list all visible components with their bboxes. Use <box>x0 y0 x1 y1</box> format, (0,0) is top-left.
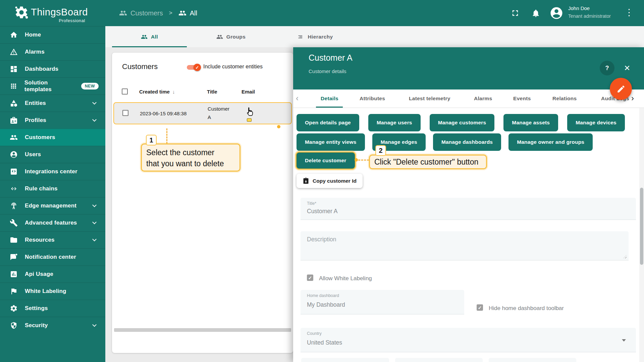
manage-owner-and-groups-button[interactable]: Manage owner and groups <box>508 133 593 151</box>
sidebar-item-solution-templates[interactable]: Solution templatesNEW <box>0 77 105 95</box>
scrollbar-thumb[interactable] <box>640 188 643 265</box>
state-field-partial[interactable] <box>395 358 483 362</box>
horizontal-scrollbar[interactable] <box>114 328 291 332</box>
select-all-checkbox[interactable] <box>122 88 128 95</box>
tab-hierarchy[interactable]: Hierarchy <box>275 26 356 47</box>
panel-tab-relations[interactable]: Relations <box>552 89 577 108</box>
zip-field-partial[interactable] <box>489 358 576 362</box>
chart-icon <box>10 270 18 278</box>
brand-subtitle: Professional <box>31 18 85 23</box>
panel-tab-attributes[interactable]: Attributes <box>360 89 385 108</box>
user-role: Tenant administrator <box>568 13 611 19</box>
sidebar-item-advanced-features[interactable]: Advanced features <box>0 214 105 231</box>
manage-devices-button[interactable]: Manage devices <box>567 114 625 131</box>
account-icon <box>549 6 564 20</box>
sidebar-item-customers[interactable]: Customers <box>0 129 105 146</box>
sidebar-item-profiles[interactable]: Profiles <box>0 112 105 129</box>
manage-entity-views-button[interactable]: Manage entity views <box>297 133 365 151</box>
annotation1-connector <box>166 128 167 144</box>
people-icon <box>216 34 223 40</box>
sidebar-item-alarms[interactable]: Alarms <box>0 43 105 60</box>
hide-toolbar-checkbox[interactable]: ✓ <box>477 304 483 311</box>
breadcrumb-all[interactable]: All <box>178 9 197 17</box>
edit-fab-button[interactable] <box>610 78 632 100</box>
annotation1-line1: Select the customer <box>142 147 239 158</box>
column-created-time[interactable]: Created time↓ <box>139 89 175 95</box>
sidebar-item-resources[interactable]: Resources <box>0 231 105 248</box>
column-email[interactable]: Email <box>241 89 255 95</box>
sidebar-item-rule-chains[interactable]: Rule chains <box>0 180 105 197</box>
allow-white-labeling-label: Allow White Labeling <box>319 275 372 282</box>
panel-tab-alarms[interactable]: Alarms <box>474 89 492 108</box>
row-checkbox[interactable] <box>122 110 128 116</box>
resize-handle-icon[interactable] <box>623 255 627 258</box>
bell-icon <box>531 9 540 18</box>
fullscreen-icon <box>511 8 520 18</box>
people-icon <box>178 9 186 17</box>
close-icon[interactable]: ✕ <box>624 64 630 73</box>
chevron-down-icon <box>92 203 97 207</box>
more-menu-button[interactable]: ⋮ <box>625 8 634 17</box>
column-title[interactable]: Title <box>207 89 217 95</box>
panel-tab-bar: ‹ Details Attributes Latest telemetry Al… <box>293 89 644 108</box>
description-field[interactable]: Description <box>301 231 629 260</box>
home-dashboard-field[interactable]: Home dashboard My Dashboard <box>301 290 464 314</box>
home-dashboard-label: Home dashboard <box>307 293 339 298</box>
notifications-button[interactable] <box>531 9 540 18</box>
manage-dashboards-button[interactable]: Manage dashboards <box>433 133 501 151</box>
sidebar-item-entities[interactable]: Entities <box>0 95 105 112</box>
sidebar-item-security[interactable]: Security <box>0 317 105 334</box>
delete-customer-button[interactable]: Delete customer <box>297 153 355 169</box>
manage-assets-button[interactable]: Manage assets <box>503 114 558 131</box>
title-field[interactable]: Title* Customer A <box>301 198 636 220</box>
avatar[interactable] <box>549 6 564 20</box>
vertical-scrollbar[interactable] <box>639 108 644 362</box>
sidebar-item-settings[interactable]: Settings <box>0 300 105 317</box>
country-value: United States <box>307 339 342 346</box>
sort-arrow-icon: ↓ <box>172 89 175 95</box>
cell-title-line2: A <box>208 114 211 120</box>
country-label: Country <box>307 331 322 336</box>
country-select[interactable]: Country United States <box>301 328 636 352</box>
sidebar-item-users[interactable]: Users <box>0 146 105 163</box>
allow-white-labeling-checkbox[interactable]: ✓ <box>307 275 313 281</box>
tab-groups[interactable]: Groups <box>194 26 268 47</box>
code-icon <box>10 185 18 193</box>
home-icon <box>10 31 18 39</box>
app-window: ThingsBoard Professional Customers > All… <box>0 0 644 362</box>
top-bar: ThingsBoard Professional Customers > All… <box>0 0 644 26</box>
sidebar-item-edge-management[interactable]: Edge management <box>0 197 105 214</box>
panel-tab-details[interactable]: Details <box>321 89 338 108</box>
user-name: John Doe <box>568 5 590 11</box>
breadcrumb-customers[interactable]: Customers <box>119 9 163 17</box>
fullscreen-button[interactable] <box>511 8 520 18</box>
manage-customers-button[interactable]: Manage customers <box>430 114 495 131</box>
sidebar-item-white-labeling[interactable]: White Labeling <box>0 283 105 300</box>
city-field-partial[interactable] <box>301 358 389 362</box>
help-button[interactable]: ? <box>600 61 614 75</box>
dashboard-icon <box>10 65 18 73</box>
sidebar-item-integrations-center[interactable]: Integrations center <box>0 163 105 180</box>
table-header-row: Created time↓ Title Email <box>112 87 293 101</box>
mouse-cursor-icon <box>244 106 256 122</box>
sidebar-item-dashboards[interactable]: Dashboards <box>0 60 105 77</box>
table-row-customer-a[interactable]: 2023-06-15 09:48:38 Customer A <box>113 102 292 124</box>
title-field-value: Customer A <box>307 208 337 215</box>
tabs-scroll-right[interactable]: › <box>631 94 634 103</box>
panel-tab-events[interactable]: Events <box>513 89 531 108</box>
sidebar-item-api-usage[interactable]: Api Usage <box>0 265 105 283</box>
breadcrumb: Customers > All <box>119 0 197 26</box>
panel-subtitle: Customer details <box>309 68 346 74</box>
panel-active-tab-underline <box>316 107 343 108</box>
sidebar-item-notification-center[interactable]: Notification center <box>0 248 105 265</box>
sidebar-item-home[interactable]: Home <box>0 26 105 43</box>
copy-customer-id-button[interactable]: Copy customer Id <box>297 174 363 188</box>
include-customer-entities-toggle[interactable]: ✓ <box>187 65 200 70</box>
open-details-page-button[interactable]: Open details page <box>297 114 359 131</box>
manage-users-button[interactable]: Manage users <box>368 114 421 131</box>
tab-all[interactable]: All <box>112 26 187 47</box>
tabs-scroll-left[interactable]: ‹ <box>296 94 299 103</box>
warning-icon <box>10 48 18 56</box>
apps-grid-icon <box>10 82 17 90</box>
panel-tab-latest-telemetry[interactable]: Latest telemetry <box>409 89 450 108</box>
